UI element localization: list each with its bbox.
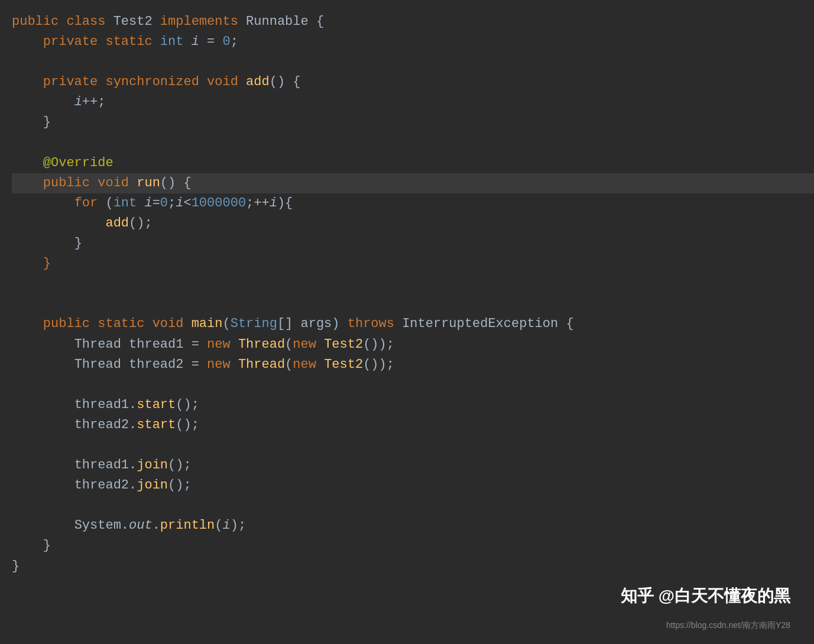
keyword-void3: void — [153, 314, 192, 334]
method-start2: start — [137, 415, 176, 435]
class-system: System. — [74, 516, 129, 536]
keyword-new4: new — [293, 355, 324, 375]
var-i-2: i — [74, 92, 82, 112]
brackets: [] — [277, 314, 301, 334]
method-join2: join — [137, 475, 168, 496]
indent-8 — [12, 213, 105, 234]
indent-17 — [12, 475, 74, 496]
paren-for-open: ( — [105, 193, 113, 213]
code-line-blank-2 — [12, 133, 814, 153]
watermark-text: 知乎 @白天不懂夜的黑 — [621, 583, 790, 609]
paren-1: () { — [270, 72, 301, 92]
paren-run: () — [160, 173, 184, 193]
method-println: println — [160, 516, 215, 536]
paren-println-open: ( — [215, 516, 222, 536]
keyword-static: static — [98, 314, 152, 334]
code-line-4: i++; — [12, 92, 814, 112]
code-line-15: thread1.start(); — [12, 395, 814, 415]
code-line-19: System.out.println(i); — [12, 516, 814, 536]
paren-add: (); — [129, 213, 153, 234]
indent-7 — [12, 193, 74, 213]
code-line-20: } — [12, 536, 814, 556]
paren-main-open: ( — [222, 314, 230, 334]
keyword-throws: throws — [348, 314, 402, 334]
brace-close-run: } — [43, 254, 51, 274]
semicolon-2: ; — [168, 193, 176, 213]
type-int-2: int — [113, 193, 145, 213]
class-Runnable: Runnable — [246, 12, 316, 32]
paren-t2-open: ( — [285, 355, 293, 375]
indent-12 — [12, 335, 74, 355]
code-line-6: @Override — [12, 153, 814, 173]
paren-t2-close: ()); — [363, 355, 394, 375]
keyword-synchronized: synchronized — [105, 72, 207, 92]
code-line-7: public void run() { — [12, 173, 814, 193]
code-line-blank-1 — [12, 52, 814, 72]
keyword-for: for — [74, 193, 106, 213]
paren-start1: (); — [176, 395, 199, 415]
indent-16 — [12, 455, 74, 475]
code-line-11: } — [12, 254, 814, 274]
keyword-new1: new — [207, 335, 238, 355]
paren-t1-close: ()); — [363, 335, 394, 355]
indent-14 — [12, 395, 74, 415]
indent-4 — [12, 112, 43, 132]
brace-close-class: } — [12, 556, 20, 577]
indent-13 — [12, 355, 74, 375]
ctor-thread1: Thread — [238, 335, 285, 355]
var-thread1-ref1: thread1. — [74, 395, 137, 415]
indent-5 — [12, 153, 43, 173]
keyword-new2: new — [293, 335, 324, 355]
keyword-public2: public — [43, 173, 98, 193]
var-thread2: thread2 = — [129, 355, 207, 375]
code-line-21: } — [12, 556, 814, 577]
indent-19 — [12, 536, 43, 556]
keyword-class: class — [66, 12, 113, 32]
num-1000000: 1000000 — [192, 193, 246, 213]
code-line-12: public static void main(String[] args) t… — [12, 314, 814, 334]
var-i-3: i — [144, 193, 152, 213]
method-join1: join — [137, 455, 168, 475]
code-line-1: public class Test2 implements Runnable { — [12, 12, 814, 32]
increment-i: ++ — [254, 193, 269, 213]
paren-for-close: ){ — [277, 193, 293, 213]
class-thread: Thread — [74, 335, 129, 355]
arg-args: args) — [301, 314, 348, 334]
indent-3 — [12, 92, 74, 112]
keyword-public3: public — [43, 314, 98, 334]
var-thread1-ref2: thread1. — [74, 455, 137, 475]
paren-join1: (); — [168, 455, 192, 475]
type-string: String — [231, 314, 277, 334]
ctor-test2-1: Test2 — [324, 335, 363, 355]
ctor-test2-2: Test2 — [324, 355, 363, 375]
code-editor: public class Test2 implements Runnable {… — [0, 0, 814, 644]
code-line-blank-7 — [12, 496, 814, 516]
equals-0: = — [153, 193, 160, 213]
paren-join2: (); — [168, 475, 192, 496]
var-i-5: i — [270, 193, 277, 213]
brace-close-main: } — [43, 536, 51, 556]
dot-println: . — [153, 516, 160, 536]
var-thread2-ref1: thread2. — [74, 415, 137, 435]
indent-6 — [12, 173, 43, 193]
code-line-13: Thread thread1 = new Thread(new Test2())… — [12, 335, 814, 355]
assign-op: = — [199, 32, 223, 52]
var-i-4: i — [176, 193, 183, 213]
keyword-void2: void — [98, 173, 137, 193]
num-0: 0 — [222, 32, 230, 52]
code-line-18: thread2.join(); — [12, 475, 814, 496]
var-i-println: i — [222, 516, 230, 536]
code-line-blank-5 — [12, 375, 814, 395]
paren-println-close: ); — [231, 516, 246, 536]
semicolon-1: ; — [231, 32, 238, 52]
keyword-private2: private — [43, 72, 106, 92]
keyword-public: public — [12, 12, 66, 32]
keyword-new3: new — [207, 355, 238, 375]
code-line-blank-6 — [12, 435, 814, 455]
method-start1: start — [137, 395, 176, 415]
code-line-17: thread1.join(); — [12, 455, 814, 475]
var-thread2-ref2: thread2. — [74, 475, 137, 496]
class-Test2: Test2 — [113, 12, 160, 32]
indent-11 — [12, 314, 43, 334]
ctor-thread2: Thread — [238, 355, 285, 375]
